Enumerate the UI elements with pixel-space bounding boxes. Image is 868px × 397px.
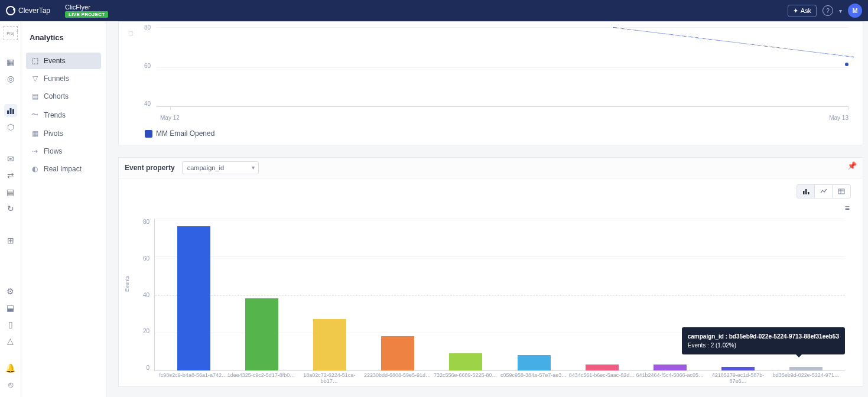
bar[interactable] <box>295 219 363 370</box>
legend[interactable]: MM Email Opened <box>127 125 854 139</box>
bar-y-axis: 80 60 40 20 0 <box>136 219 149 371</box>
x-axis: May 12 May 13 <box>157 115 849 121</box>
bar-x-label: 8434c561-b6ec-5aac-82d… <box>568 372 636 384</box>
project-switcher[interactable]: Proj ˅ <box>4 26 18 40</box>
legend-label: MM Email Opened <box>156 129 214 138</box>
svg-rect-4 <box>805 189 807 194</box>
chart-menu-button[interactable]: ≡ <box>119 203 850 213</box>
line-series <box>613 27 854 57</box>
catalog-icon[interactable]: ⊞ <box>4 234 17 247</box>
y-tick: 80 <box>144 24 151 31</box>
x-tick: May 12 <box>160 115 180 121</box>
sidebar-item-label: Pivots <box>44 129 63 138</box>
svg-rect-2 <box>12 109 14 114</box>
help-button[interactable]: ? <box>823 5 833 16</box>
sidebar-item-events[interactable]: ⬚ Events <box>26 53 101 69</box>
events-icon: ⬚ <box>31 57 39 65</box>
chart-tooltip: campaign_id : bd35eb9d-022e-5224-9713-88… <box>682 327 845 354</box>
clipboard-icon[interactable]: ▤ <box>4 186 17 198</box>
y-axis: 80 60 40 <box>133 24 151 107</box>
ask-button[interactable]: ✦ Ask <box>788 5 817 17</box>
y-tick: 0 <box>146 365 149 371</box>
bar-x-axis: fc98e2c9-b4a8-56a1-a742…1dee4325-c9c2-5d… <box>154 372 845 384</box>
bar-x-label: fc98e2c9-b4a8-56a1-a742… <box>159 372 227 384</box>
pin-button[interactable]: 📌 <box>847 161 857 170</box>
bar[interactable] <box>364 219 432 370</box>
bar-x-label: 732c556e-6689-5225-80… <box>431 372 499 384</box>
project-name: ClicFlyer <box>65 4 108 11</box>
event-property-select[interactable]: campaign_id <box>182 161 259 174</box>
event-property-label: Event property <box>125 164 175 172</box>
sidebar-item-label: Trends <box>44 111 66 119</box>
sidebar-item-real-impact[interactable]: ◐ Real Impact <box>26 161 101 177</box>
gear-icon[interactable]: ⚙ <box>4 285 17 298</box>
sidebar-item-flows[interactable]: ⇢ Flows <box>26 143 101 160</box>
view-type-toggle <box>119 178 863 198</box>
line-view-button[interactable] <box>815 185 833 198</box>
sidebar-item-pivots[interactable]: ▦ Pivots <box>26 125 101 142</box>
bar[interactable] <box>227 219 295 370</box>
top-header: CleverTap ClicFlyer LIVE PROJECT ✦ Ask ?… <box>0 0 868 21</box>
x-tick: May 13 <box>829 115 849 121</box>
sidebar-item-label: Funnels <box>44 74 69 83</box>
svg-rect-5 <box>808 192 810 194</box>
logo-icon <box>6 6 15 15</box>
sidebar-item-label: Cohorts <box>44 92 69 100</box>
sidebar-item-cohorts[interactable]: ▤ Cohorts <box>26 88 101 105</box>
org-icon[interactable]: ⎋ <box>4 378 17 391</box>
segments-icon[interactable]: ⬡ <box>4 121 17 134</box>
sidebar-item-funnels[interactable]: ▽ Funnels <box>26 70 101 87</box>
line-chart: ⬚ 80 60 40 May 12 May 13 <box>127 24 854 125</box>
icon-rail: Proj ˅ ▦ ◎ ⬡ ✉ ⇄ ▤ ↻ ⊞ ⚙ ⬓ ▯ △ 🔔 ⎋ <box>0 21 21 397</box>
target-icon[interactable]: ◎ <box>4 72 17 85</box>
bar-view-button[interactable] <box>797 185 815 198</box>
tooltip-line2: Events : 2 (1.02%) <box>688 341 839 350</box>
bar[interactable] <box>568 219 636 370</box>
cohorts-icon: ▤ <box>31 92 39 100</box>
event-property-panel: Event property campaign_id 📌 <box>118 157 863 387</box>
pivots-icon: ▦ <box>31 129 39 138</box>
y-axis-label: Events <box>124 275 130 292</box>
avatar[interactable]: M <box>848 4 862 18</box>
chevron-down-icon[interactable]: ▾ <box>839 8 842 14</box>
bar-chart: Events 80 60 40 20 0 fc98e2c9-b4a8-56a1- <box>119 215 863 386</box>
tooltip-line1: campaign_id : bd35eb9d-022e-5224-9713-88… <box>688 332 839 341</box>
bar[interactable] <box>432 219 500 370</box>
journeys-icon[interactable]: ⇄ <box>4 169 17 182</box>
legend-swatch <box>145 130 152 138</box>
y-tick: 40 <box>144 100 151 107</box>
funnel-icon: ▽ <box>31 74 39 83</box>
sparkle-icon: ✦ <box>793 7 798 15</box>
analytics-icon[interactable] <box>4 104 17 117</box>
trends-icon: 〜 <box>31 110 39 120</box>
campaigns-icon[interactable]: ✉ <box>4 152 17 165</box>
svg-rect-0 <box>7 110 9 114</box>
logo-text: CleverTap <box>18 6 50 15</box>
dashboard-icon[interactable]: ▦ <box>4 56 17 69</box>
refresh-icon[interactable]: ↻ <box>4 202 17 215</box>
y-tick: 40 <box>143 292 149 298</box>
bar-x-label: 22230bdd-6808-59e5-91d… <box>363 372 431 384</box>
y-tick: 60 <box>144 63 151 69</box>
svg-rect-3 <box>803 191 805 194</box>
plugin-icon[interactable]: ⬓ <box>4 301 17 314</box>
logo[interactable]: CleverTap <box>6 6 50 15</box>
svg-rect-1 <box>9 108 11 114</box>
y-tick: 60 <box>143 255 149 262</box>
sidebar-item-trends[interactable]: 〜 Trends <box>26 106 101 124</box>
device-icon[interactable]: ▯ <box>4 318 17 331</box>
event-property-header: Event property campaign_id 📌 <box>119 158 863 178</box>
bar-x-label: bd35eb9d-022e-5224-971… <box>772 372 840 384</box>
real-impact-icon: ◐ <box>31 165 39 173</box>
sidebar-title: Analytics <box>26 27 101 53</box>
project-selector[interactable]: ClicFlyer LIVE PROJECT <box>65 4 108 18</box>
bar[interactable] <box>160 219 227 370</box>
bell-icon[interactable]: 🔔 <box>4 362 17 375</box>
bar[interactable] <box>500 219 568 370</box>
bar-x-label: 1dee4325-c9c2-5d17-8fb0… <box>227 372 295 384</box>
data-point[interactable] <box>845 63 849 66</box>
table-view-button[interactable] <box>833 185 850 198</box>
warning-icon[interactable]: △ <box>4 334 17 347</box>
line-plot-area <box>157 27 849 107</box>
svg-rect-6 <box>838 189 844 194</box>
